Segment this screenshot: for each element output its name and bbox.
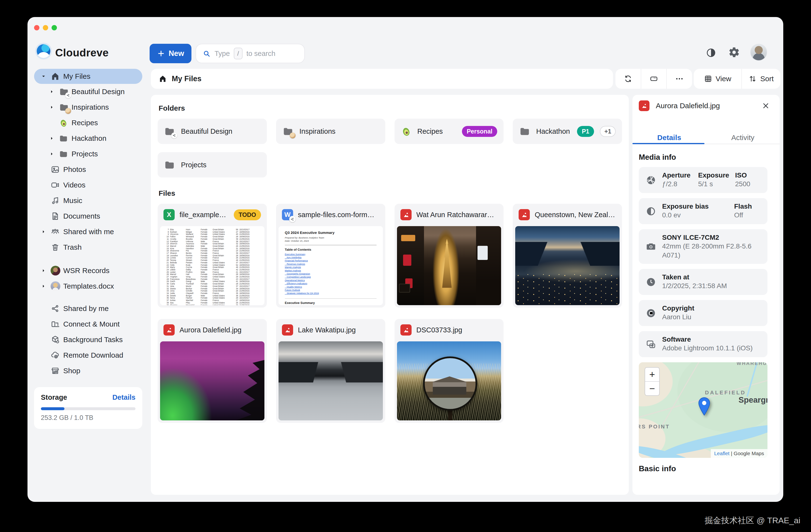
sidebar-item-recipes[interactable]: Recipes <box>34 115 142 130</box>
storage-details-link[interactable]: Details <box>112 393 136 402</box>
sidebar-item-label: Background Tasks <box>63 335 123 344</box>
caret-right-icon[interactable] <box>49 89 59 94</box>
refresh-button[interactable] <box>615 69 641 89</box>
zoom-in-button[interactable]: + <box>645 367 659 381</box>
spreadsheet-row: 29GarthGangiMaleUnited States4116/08/201… <box>164 280 261 283</box>
flash-label: Flash <box>734 202 763 210</box>
folder-card-projects[interactable]: Projects <box>158 152 267 177</box>
close-window-button[interactable] <box>34 25 40 30</box>
doc-date: Date: October 15, 2024 <box>285 239 377 242</box>
folder-card-beautiful-design[interactable]: Beautiful Design <box>158 119 267 144</box>
sidebar-item-label: Hackathon <box>72 134 106 142</box>
storage-title: Storage <box>41 393 67 402</box>
sidebar-item-my-files[interactable]: My Files <box>34 69 142 84</box>
media-card-taken-at: Taken at 1/2/2025, 2:31:58 AM <box>639 269 767 295</box>
file-card-lake-wakatipu[interactable]: Lake Wakatipu.jpg <box>276 319 385 423</box>
doc-toc-link: Margin Analysis <box>285 266 377 269</box>
sidebar-item-projects[interactable]: Projects <box>34 146 142 162</box>
active-tab-indicator <box>632 143 704 144</box>
video-icon <box>50 181 62 190</box>
caret-right-icon[interactable] <box>49 151 59 157</box>
sidebar-item-templates[interactable]: Templates.docx <box>34 278 142 294</box>
minimize-window-button[interactable] <box>43 25 48 30</box>
view-button[interactable]: View <box>694 69 741 89</box>
file-card-spreadsheet[interactable]: X file_example… TODO 7EttaHurnFemaleGrea… <box>158 204 267 308</box>
aperture-icon <box>646 175 656 186</box>
theme-toggle-button[interactable] <box>706 47 716 58</box>
sidebar-item-label: Remote Download <box>63 351 123 359</box>
folder-card-recipes[interactable]: Recipes Personal <box>395 119 504 144</box>
sidebar-item-music[interactable]: Music <box>34 193 142 208</box>
caret-right-icon[interactable] <box>49 105 59 110</box>
sidebar-item-shared-by-me[interactable]: Shared by me <box>34 301 142 316</box>
file-name: DSC03733.jpg <box>416 326 498 334</box>
photo-preview-wat-arun <box>397 226 501 305</box>
new-button[interactable]: New <box>150 44 192 63</box>
caret-right-icon[interactable] <box>41 283 50 289</box>
flash-value: Off <box>734 210 763 220</box>
breadcrumb[interactable]: My Files <box>151 69 613 89</box>
sort-button[interactable]: Sort <box>741 69 780 89</box>
cloud-download-icon <box>50 350 62 360</box>
caret-right-icon[interactable] <box>41 268 50 273</box>
folder-card-hackathon[interactable]: Hackathon P1 +1 <box>513 119 622 144</box>
sidebar-item-wsr-records[interactable]: WSR Records <box>34 263 142 278</box>
exposure-value: 5/1 s <box>698 179 735 188</box>
sidebar-item-photos[interactable]: Photos <box>34 162 142 177</box>
sidebar-item-label: Projects <box>72 150 98 158</box>
tab-activity[interactable]: Activity <box>706 131 780 144</box>
file-card-wat-arun[interactable]: Wat Arun Ratchawarar… <box>395 204 504 308</box>
settings-button[interactable] <box>728 46 740 58</box>
zoom-out-button[interactable]: − <box>645 381 659 395</box>
sidebar-item-background-tasks[interactable]: Background Tasks <box>34 332 142 347</box>
pagination-button[interactable] <box>641 69 667 89</box>
sidebar-item-inspirations[interactable]: Inspirations <box>34 99 142 115</box>
sidebar-item-trash[interactable]: Trash <box>34 239 142 255</box>
caret-down-icon[interactable] <box>41 74 50 79</box>
sidebar-item-connect-mount[interactable]: Connect & Mount <box>34 316 142 332</box>
leaflet-link[interactable]: Leaflet <box>714 451 730 456</box>
cloudreve-logo <box>37 44 50 58</box>
sidebar-item-shared-with-me[interactable]: Shared with me <box>34 224 142 239</box>
map-pin-icon[interactable] <box>698 396 710 417</box>
media-card-copyright: Copyright Aaron Liu <box>639 300 767 326</box>
sidebar-item-label: Connect & Mount <box>63 320 120 328</box>
folders-grid: Beautiful Design Inspirations Recipes Pe… <box>158 119 622 177</box>
avatar <box>50 281 62 291</box>
sidebar-item-shop[interactable]: Shop <box>34 363 142 379</box>
sidebar-item-label: Shop <box>63 367 80 375</box>
user-avatar[interactable] <box>751 44 767 60</box>
search-input[interactable]: Type / to search <box>196 44 305 63</box>
close-icon[interactable] <box>762 101 770 110</box>
spreadsheet-row: 33JonaGrindleFemaleGreat Britain2621/05/… <box>164 290 261 292</box>
folder-name: Recipes <box>417 127 456 136</box>
tab-details[interactable]: Details <box>632 131 706 144</box>
sidebar-item-videos[interactable]: Videos <box>34 177 142 193</box>
sidebar-item-documents[interactable]: Documents <box>34 208 142 224</box>
file-card-dsc03733[interactable]: DSC03733.jpg <box>395 319 504 423</box>
more-button[interactable] <box>666 69 692 89</box>
file-card-queenstown[interactable]: Queenstown, New Zeal… <box>513 204 622 308</box>
photo-folder-icon <box>282 126 294 137</box>
folder-card-inspirations[interactable]: Inspirations <box>276 119 385 144</box>
document-preview: Q3 2024 Executive Summary Prepared by: B… <box>278 226 383 305</box>
files-heading: Files <box>158 189 622 198</box>
caret-right-icon[interactable] <box>49 136 59 141</box>
file-card-document[interactable]: W sample-files.com-form… Q3 2024 Executi… <box>276 204 385 308</box>
map-attribution: Leaflet | Google Maps <box>711 449 767 458</box>
sidebar-item-beautiful-design[interactable]: Beautiful Design <box>34 84 142 99</box>
location-map[interactable]: WHAREHU DALEFIELD Speargra RS POINT + − … <box>639 362 767 458</box>
zoom-window-button[interactable] <box>51 25 57 30</box>
caret-right-icon[interactable] <box>41 229 50 234</box>
file-card-aurora[interactable]: Aurora Dalefield.jpg <box>158 319 267 423</box>
spreadsheet-row: 9VincenzaWeilandFemaleUnited States4021/… <box>164 233 261 236</box>
exposure-label: Exposure <box>698 171 735 179</box>
sidebar-item-label: Music <box>63 197 82 205</box>
doc-toc-link: Market Analysis <box>285 269 377 272</box>
sidebar-item-label: Inspirations <box>72 103 109 111</box>
copyright-value: Aaron Liu <box>662 312 763 322</box>
image-file-icon <box>400 324 412 335</box>
sidebar-item-remote-download[interactable]: Remote Download <box>34 347 142 363</box>
spreadsheet-row: 32StasiaBeckerFemaleGreat Britain3416/08… <box>164 288 261 290</box>
sidebar-item-hackathon[interactable]: Hackathon <box>34 130 142 146</box>
